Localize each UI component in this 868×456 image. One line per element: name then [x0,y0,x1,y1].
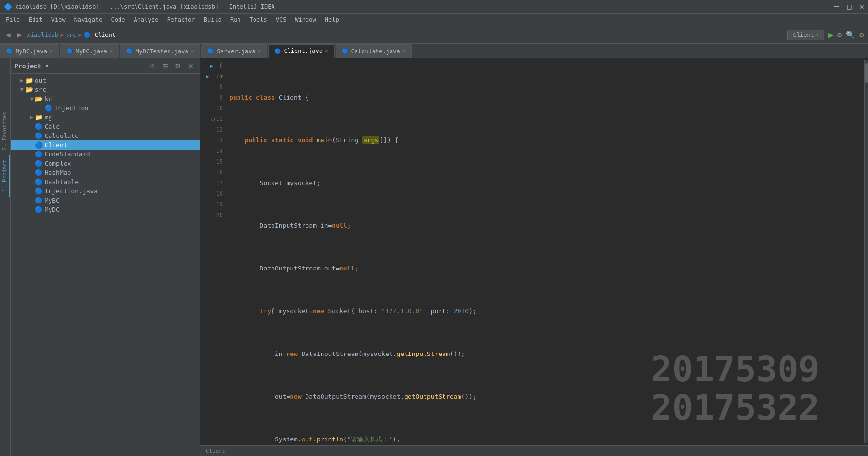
menu-item-file[interactable]: File [2,15,24,25]
tree-item-mybc[interactable]: ▶ 🔵 MyBC [11,196,200,205]
menu-item-vcs[interactable]: VCS [272,15,290,25]
tab-MyDCTester-java[interactable]: 🔵MyDCTester.java✕ [120,44,200,58]
line-num-10: 10 [216,105,223,112]
tab-label-1: MyDC.java [76,48,107,55]
settings-gear-button[interactable]: ⚙ [173,61,183,71]
tab-close-2[interactable]: ✕ [191,48,194,54]
tab-close-4[interactable]: ✕ [325,48,328,54]
menu-item-navigate[interactable]: Navigate [70,15,106,25]
tree-item-complex[interactable]: ▶ 🔵 Complex [11,159,200,168]
tree-label-out: out [35,77,46,84]
try-brace-11: { mysocket= [271,307,313,315]
tab-file-icon-1: 🔵 [67,48,73,54]
str-prompt-14: "请输入算式：" [347,436,393,443]
tab-Calculate-java[interactable]: 🔵Calculate.java✕ [336,44,412,58]
settings-button[interactable]: ⚙ [859,30,864,39]
scrollbar-thumb[interactable] [865,63,868,83]
dis-12: DataInputStream(mysocket. [298,350,397,357]
vtab-favorites[interactable]: 2. Favorites [0,107,10,155]
breadcrumb-project[interactable]: xiaolidsb [27,32,58,38]
close-13: ()); [461,393,476,400]
tree-item-client[interactable]: ▶ 🔵 Client [11,140,200,150]
line-num-19: 19 [216,201,223,208]
breadcrumb: xiaolidsb ▶ src ▶ 🔵 Client [27,32,116,38]
code-line-10[interactable]: DataOutputStream out=null; [229,263,860,274]
maximize-button[interactable]: □ [847,2,852,11]
titlebar: 🔷 xiaolidsb [D:\xiaolidsb] - ...\src\Cli… [0,0,868,14]
breadcrumb-sep2: ▶ [78,32,82,38]
tree-item-calc[interactable]: ▶ 🔵 Calc [11,122,200,131]
tree-item-injection-java[interactable]: ▶ 🔵 Injection.java [11,186,200,196]
tree-item-calculate[interactable]: ▶ 🔵 Calculate [11,131,200,140]
menu-item-edit[interactable]: Edit [25,15,47,25]
navbar: ◀ ▶ xiaolidsb ▶ src ▶ 🔵 Client Client ▼ … [0,26,868,44]
tab-MyDC-java[interactable]: 🔵MyDC.java✕ [60,44,119,58]
param-args: args [362,136,379,144]
breadcrumb-client[interactable]: 🔵 Client [84,32,116,38]
tree-label-injection-java: Injection.java [45,187,98,195]
code-line-14[interactable]: System.out.println("请输入算式："); [229,434,860,445]
tab-close-3[interactable]: ✕ [258,48,261,54]
menu-item-tools[interactable]: Tools [246,15,271,25]
menu-item-run[interactable]: Run [226,15,245,25]
class-name-6: Client { [275,94,309,101]
menu-item-help[interactable]: Help [321,15,343,25]
tree-item-codestandard[interactable]: ▶ 🔵 CodeStandard [11,150,200,159]
vertical-scrollbar[interactable] [864,60,868,443]
nav-forward-icon[interactable]: ▶ [16,28,24,41]
tree-item-hashmap[interactable]: ▶ 🔵 HashMap [11,168,200,177]
code-line-8[interactable]: Socket mysocket; [229,178,860,188]
nav-back-icon[interactable]: ◀ [4,28,13,41]
tab-close-0[interactable]: ✕ [50,48,53,54]
run-button[interactable]: ▶ [828,30,834,40]
tree-item-kd[interactable]: ▼ 📂 kd [11,94,200,103]
fold-7[interactable]: ▼ [220,74,223,79]
tab-MyBC-java[interactable]: 🔵MyBC.java✕ [0,44,59,58]
sidebar: Project ▾ ⊙ ⊟ ⚙ ✕ ▶ 📁 out ▼ 📂 src ▼ � [11,58,200,456]
menu-item-refactor[interactable]: Refactor [163,15,199,25]
close-button[interactable]: ✕ [859,2,864,11]
tree-label-src: src [35,86,46,93]
close-sidebar-button[interactable]: ✕ [186,61,196,71]
build-button[interactable]: ⚙ [837,30,842,39]
run-config-selector[interactable]: Client ▼ [787,30,824,40]
run-config-arrow: ▼ [816,32,819,37]
tab-file-icon-0: 🔵 [6,48,13,54]
tab-label-0: MyBC.java [16,48,47,55]
code-line-9[interactable]: DataInputStream in=null; [229,220,860,231]
code-line-7[interactable]: public static void main(String args[]) { [229,135,860,146]
code-line-11[interactable]: try{ mysocket=new Socket( host: "127.1.0… [229,306,860,317]
tree-label-mydc: MyDC [45,206,60,213]
locate-file-button[interactable]: ⊙ [148,61,157,71]
menu-item-view[interactable]: View [48,15,69,25]
tabs-row: 🔵MyBC.java✕🔵MyDC.java✕🔵MyDCTester.java✕🔵… [0,44,868,58]
menu-item-build[interactable]: Build [200,15,225,25]
menu-item-window[interactable]: Window [291,15,320,25]
breadcrumb-src[interactable]: src [66,32,77,38]
tab-file-icon-2: 🔵 [126,48,133,54]
tab-close-1[interactable]: ✕ [110,48,113,54]
tree-item-src[interactable]: ▼ 📂 src [11,85,200,94]
menu-item-analyze[interactable]: Analyze [130,15,162,25]
tree-item-injection[interactable]: ▶ 🔵 Injection [11,103,200,113]
line-num-20: 20 [216,212,223,219]
menu-item-code[interactable]: Code [107,15,129,25]
code-line-6[interactable]: public class Client { [229,92,860,103]
app-icon: 🔷 [4,3,12,11]
search-everywhere-button[interactable]: 🔍 [846,30,855,39]
project-dropdown[interactable]: Project ▾ [15,62,49,69]
minimize-button[interactable]: ─ [834,2,839,11]
bookmark-11[interactable]: ⬡ [211,117,215,122]
window-controls[interactable]: ─ □ ✕ [834,2,864,11]
tree-label-calc: Calc [45,123,60,130]
tab-Server-java[interactable]: 🔵Server.java✕ [201,44,267,58]
tree-item-hashtable[interactable]: ▶ 🔵 HashTable [11,177,200,186]
tree-item-out[interactable]: ▶ 📁 out [11,76,200,85]
collapse-all-button[interactable]: ⊟ [160,61,170,71]
tab-label-5: Calculate.java [351,48,400,55]
tree-item-mg[interactable]: ▶ 📁 mg [11,113,200,122]
tree-item-mydc[interactable]: ▶ 🔵 MyDC [11,205,200,214]
tab-close-5[interactable]: ✕ [403,48,406,54]
vtab-project[interactable]: 1. Project [0,155,10,197]
tab-Client-java[interactable]: 🔵Client.java✕ [268,44,334,58]
